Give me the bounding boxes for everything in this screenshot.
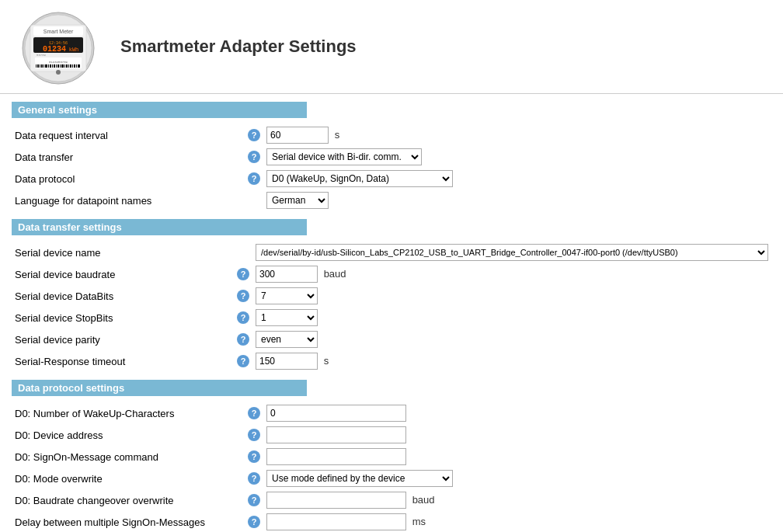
- data-protocol-select-cell: D0 (WakeUp, SignOn, Data) SML DLMS: [263, 168, 771, 190]
- d0-mode-overwrite-row: D0: Mode overwrite ? Use mode defined by…: [12, 468, 771, 489]
- meter-logo: Smart Meter 12:34:56 01234 kWh 56789 012…: [12, 8, 105, 85]
- general-settings-table: Data request interval ? s Data transfer …: [12, 124, 771, 211]
- d0-wakeup-chars-help-cell: ?: [245, 402, 263, 424]
- data-transfer-help-icon[interactable]: ?: [248, 151, 260, 163]
- data-protocol-help-cell: ?: [245, 168, 263, 190]
- d0-baudrate-changeover-input[interactable]: [266, 492, 406, 509]
- svg-rect-34: [78, 64, 80, 68]
- d0-signon-command-help-icon[interactable]: ?: [248, 450, 260, 463]
- svg-rect-17: [44, 64, 44, 68]
- d0-wakeup-chars-input-cell: [263, 402, 771, 424]
- svg-rect-33: [76, 64, 77, 68]
- svg-text:Smart Meter: Smart Meter: [44, 29, 74, 34]
- language-label: Language for datapoint names: [12, 190, 245, 211]
- serial-baudrate-unit: baud: [324, 268, 346, 280]
- svg-text:56789: 56789: [37, 54, 47, 57]
- svg-rect-21: [52, 64, 53, 68]
- serial-response-timeout-input[interactable]: [256, 353, 318, 370]
- data-request-interval-help-icon[interactable]: ?: [248, 129, 260, 141]
- data-transfer-select[interactable]: Serial device with Bi-dir. comm. Serial …: [266, 148, 422, 165]
- serial-baudrate-input[interactable]: [256, 266, 318, 283]
- svg-rect-16: [41, 64, 43, 68]
- d0-device-address-row: D0: Device address ?: [12, 424, 771, 446]
- serial-parity-help-cell: ?: [234, 329, 252, 350]
- data-request-interval-help-cell: ?: [245, 124, 263, 146]
- serial-device-name-label: Serial device name: [12, 242, 234, 263]
- data-protocol-help-icon[interactable]: ?: [248, 172, 260, 185]
- general-settings-header: General settings: [12, 102, 307, 118]
- svg-rect-32: [74, 64, 75, 68]
- d0-wakeup-chars-input[interactable]: [266, 405, 406, 422]
- svg-rect-14: [37, 64, 39, 68]
- data-protocol-select[interactable]: D0 (WakeUp, SignOn, Data) SML DLMS: [266, 170, 453, 187]
- d0-mode-overwrite-label: D0: Mode overwrite: [12, 468, 245, 489]
- serial-response-timeout-help-icon[interactable]: ?: [237, 355, 249, 367]
- serial-device-name-select[interactable]: /dev/serial/by-id/usb-Silicon_Labs_CP210…: [256, 244, 768, 261]
- d0-device-address-label: D0: Device address: [12, 424, 245, 446]
- d0-mode-overwrite-select[interactable]: Use mode defined by the device Mode A Mo…: [266, 470, 453, 487]
- d0-wakeup-chars-label: D0: Number of WakeUp-Characters: [12, 402, 245, 424]
- data-request-interval-row: Data request interval ? s: [12, 124, 771, 146]
- serial-response-timeout-row: Serial-Response timeout ? s: [12, 350, 771, 372]
- serial-baudrate-row: Serial device baudrate ? baud: [12, 263, 771, 285]
- svg-rect-30: [70, 64, 71, 68]
- svg-rect-25: [60, 64, 61, 68]
- serial-stopbits-select[interactable]: 11.52: [256, 309, 318, 326]
- serial-stopbits-label: Serial device StopBits: [12, 307, 234, 329]
- serial-baudrate-help-icon[interactable]: ?: [237, 268, 249, 280]
- serial-databits-row: Serial device DataBits ? 5678: [12, 285, 771, 307]
- language-select-cell: German English: [263, 190, 771, 211]
- serial-parity-label: Serial device parity: [12, 329, 234, 350]
- d0-baudrate-changeover-help-icon[interactable]: ?: [248, 494, 260, 506]
- data-request-interval-input-cell: s: [263, 124, 771, 146]
- d0-device-address-input-cell: [263, 424, 771, 446]
- d0-delay-signon-help-icon[interactable]: ?: [248, 516, 260, 528]
- data-transfer-settings-header: Data transfer settings: [12, 219, 307, 235]
- serial-response-timeout-help-cell: ?: [234, 350, 252, 372]
- language-select[interactable]: German English: [266, 192, 329, 209]
- serial-databits-select[interactable]: 5678: [256, 287, 318, 304]
- data-request-interval-label: Data request interval: [12, 124, 245, 146]
- data-transfer-settings-table: Serial device name /dev/serial/by-id/usb…: [12, 242, 771, 372]
- d0-delay-signon-unit: ms: [412, 516, 426, 527]
- d0-mode-overwrite-select-cell: Use mode defined by the device Mode A Mo…: [263, 468, 771, 489]
- data-transfer-help-cell: ?: [245, 146, 263, 168]
- svg-rect-27: [64, 64, 65, 68]
- serial-device-name-row: Serial device name /dev/serial/by-id/usb…: [12, 242, 771, 263]
- svg-rect-19: [48, 64, 49, 68]
- d0-device-address-input[interactable]: [266, 426, 406, 443]
- d0-baudrate-changeover-input-cell: baud: [263, 489, 771, 511]
- d0-baudrate-changeover-unit: baud: [412, 494, 435, 506]
- svg-text:01234: 01234: [43, 45, 66, 54]
- serial-response-timeout-label: Serial-Response timeout: [12, 350, 234, 372]
- serial-parity-help-icon[interactable]: ?: [237, 333, 249, 346]
- d0-delay-signon-input[interactable]: [266, 513, 406, 530]
- serial-response-timeout-input-cell: s: [252, 350, 771, 372]
- language-help-cell: [245, 190, 263, 211]
- d0-signon-command-input[interactable]: [266, 448, 406, 465]
- d0-delay-signon-label: Delay between multiple SignOn-Messages: [12, 511, 245, 532]
- svg-rect-29: [68, 64, 69, 68]
- header: Smart Meter 12:34:56 01234 kWh 56789 012…: [0, 0, 783, 94]
- data-request-interval-input[interactable]: [266, 127, 329, 144]
- svg-rect-15: [40, 64, 40, 68]
- svg-rect-23: [56, 64, 57, 68]
- svg-rect-26: [61, 64, 64, 68]
- data-protocol-row: Data protocol ? D0 (WakeUp, SignOn, Data…: [12, 168, 771, 190]
- serial-parity-select[interactable]: noneoddevenmarkspace: [256, 331, 318, 348]
- serial-databits-label: Serial device DataBits: [12, 285, 234, 307]
- d0-signon-command-label: D0: SignOn-Message command: [12, 446, 245, 468]
- d0-device-address-help-icon[interactable]: ?: [248, 429, 260, 441]
- d0-mode-overwrite-help-icon[interactable]: ?: [248, 472, 260, 485]
- svg-point-35: [56, 70, 61, 75]
- data-protocol-settings-header: Data protocol settings: [12, 380, 307, 396]
- serial-baudrate-help-cell: ?: [234, 263, 252, 285]
- data-transfer-row: Data transfer ? Serial device with Bi-di…: [12, 146, 771, 168]
- serial-stopbits-row: Serial device StopBits ? 11.52: [12, 307, 771, 329]
- d0-wakeup-chars-help-icon[interactable]: ?: [248, 407, 260, 419]
- serial-databits-help-icon[interactable]: ?: [237, 290, 249, 302]
- svg-rect-18: [45, 64, 47, 68]
- d0-signon-command-row: D0: SignOn-Message command ?: [12, 446, 771, 468]
- serial-stopbits-help-icon[interactable]: ?: [237, 311, 249, 324]
- svg-rect-20: [50, 64, 51, 68]
